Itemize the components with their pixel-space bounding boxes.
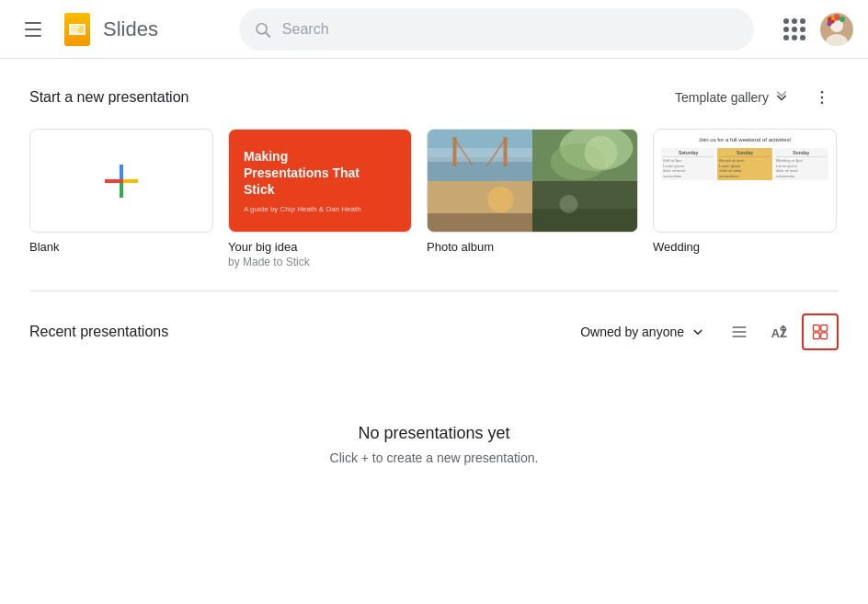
template-big-idea[interactable]: Making Presentations That Stick A guide … bbox=[228, 129, 412, 268]
menu-button[interactable] bbox=[15, 11, 51, 48]
recent-presentations-header: Recent presentations Owned by anyone AZ bbox=[29, 313, 839, 350]
new-presentation-title: Start a new presentation bbox=[29, 89, 188, 106]
recent-presentations-title: Recent presentations bbox=[29, 324, 168, 340]
template-gallery-label: Template gallery bbox=[675, 90, 769, 105]
template-wedding[interactable]: Join us for a full weekend of activities… bbox=[653, 129, 837, 268]
big-idea-thumbnail: Making Presentations That Stick A guide … bbox=[228, 129, 412, 233]
photo-album-thumbnail bbox=[427, 129, 638, 233]
user-avatar[interactable] bbox=[820, 13, 853, 46]
blank-thumbnail bbox=[29, 129, 213, 233]
wedding-title: Join us for a full weekend of activities… bbox=[661, 137, 828, 142]
svg-point-17 bbox=[821, 91, 824, 94]
search-input[interactable] bbox=[282, 21, 739, 38]
empty-title: No presentations yet bbox=[358, 424, 509, 443]
empty-subtitle: Click + to create a new presentation. bbox=[330, 450, 539, 465]
photo-cell-1 bbox=[428, 130, 532, 181]
svg-rect-5 bbox=[71, 29, 77, 30]
svg-rect-49 bbox=[814, 333, 820, 339]
grid-view-button[interactable] bbox=[802, 313, 839, 350]
svg-rect-45 bbox=[733, 336, 747, 337]
svg-rect-31 bbox=[453, 137, 457, 166]
big-idea-subtitle: A guide by Chip Heath & Dan Heath bbox=[244, 205, 361, 213]
apps-button[interactable] bbox=[776, 11, 813, 48]
big-idea-template-name: Your big idea bbox=[228, 240, 412, 254]
hamburger-icon bbox=[25, 22, 41, 37]
svg-rect-25 bbox=[123, 179, 138, 183]
app-name: Slides bbox=[103, 17, 158, 41]
photo-cell-3 bbox=[428, 181, 532, 233]
svg-point-16 bbox=[831, 17, 835, 20]
photo-album-template-name: Photo album bbox=[427, 240, 638, 254]
svg-rect-47 bbox=[814, 325, 820, 332]
svg-rect-22 bbox=[120, 165, 123, 179]
template-gallery-button[interactable]: Template gallery bbox=[668, 83, 798, 112]
new-presentation-controls: Template gallery bbox=[668, 81, 839, 114]
list-view-icon bbox=[730, 323, 748, 341]
photo-cell-2 bbox=[532, 130, 637, 181]
svg-rect-48 bbox=[821, 325, 828, 332]
svg-point-19 bbox=[821, 102, 824, 105]
wedding-template-name: Wedding bbox=[653, 240, 837, 254]
svg-line-8 bbox=[266, 32, 269, 36]
svg-rect-41 bbox=[532, 209, 637, 233]
empty-state: No presentations yet Click + to create a… bbox=[29, 424, 839, 465]
grid-view-icon bbox=[811, 323, 829, 341]
search-icon bbox=[254, 20, 271, 39]
svg-rect-32 bbox=[504, 137, 508, 166]
header-right bbox=[776, 11, 853, 48]
owner-filter-label: Owned by anyone bbox=[580, 325, 684, 339]
owner-filter-dropdown[interactable]: Owned by anyone bbox=[569, 316, 717, 348]
recent-controls: Owned by anyone AZ bbox=[569, 313, 839, 350]
photo-cell-4 bbox=[532, 181, 637, 233]
blank-template-name: Blank bbox=[29, 240, 213, 254]
svg-rect-6 bbox=[71, 31, 78, 32]
slides-logo-icon bbox=[59, 11, 96, 48]
new-presentation-header: Start a new presentation Template galler… bbox=[29, 81, 839, 114]
template-blank[interactable]: Blank bbox=[29, 129, 213, 268]
svg-point-39 bbox=[488, 187, 514, 212]
templates-row: Blank Making Presentations That Stick A … bbox=[29, 129, 839, 268]
svg-rect-44 bbox=[733, 331, 747, 333]
google-plus-icon bbox=[99, 159, 143, 203]
app-header: Slides bbox=[0, 0, 868, 59]
big-idea-template-author: by Made to Stick bbox=[228, 256, 412, 268]
wedding-thumbnail: Join us for a full weekend of activities… bbox=[653, 129, 837, 233]
svg-point-36 bbox=[585, 136, 618, 169]
svg-rect-24 bbox=[105, 179, 120, 183]
grid-icon bbox=[783, 18, 805, 40]
sort-icon: AZ bbox=[770, 322, 790, 342]
main-content: Start a new presentation Template galler… bbox=[0, 59, 868, 487]
svg-point-18 bbox=[821, 97, 824, 99]
svg-rect-50 bbox=[821, 333, 828, 339]
svg-rect-4 bbox=[71, 27, 79, 28]
section-divider bbox=[29, 291, 839, 291]
search-bar bbox=[239, 8, 754, 51]
expand-icon bbox=[772, 88, 791, 107]
template-photo-album[interactable]: Photo album bbox=[427, 129, 638, 268]
svg-rect-38 bbox=[428, 213, 532, 233]
svg-rect-43 bbox=[733, 326, 747, 328]
header-left: Slides bbox=[15, 11, 217, 48]
sort-button[interactable]: AZ bbox=[761, 313, 798, 350]
avatar-image bbox=[820, 13, 853, 46]
more-vert-icon bbox=[813, 88, 831, 107]
big-idea-title: Making Presentations That Stick bbox=[244, 148, 372, 199]
svg-rect-23 bbox=[120, 183, 123, 198]
wedding-schedule: Saturday Golf at 2pmLorem ipsumdolor sit… bbox=[661, 148, 828, 180]
svg-point-15 bbox=[828, 21, 832, 26]
more-options-button[interactable] bbox=[805, 81, 839, 114]
svg-point-14 bbox=[839, 17, 845, 22]
svg-rect-28 bbox=[428, 148, 532, 162]
list-view-button[interactable] bbox=[721, 313, 758, 350]
svg-point-42 bbox=[560, 195, 578, 213]
app-logo: Slides bbox=[59, 11, 158, 48]
dropdown-chevron-icon bbox=[690, 324, 706, 340]
